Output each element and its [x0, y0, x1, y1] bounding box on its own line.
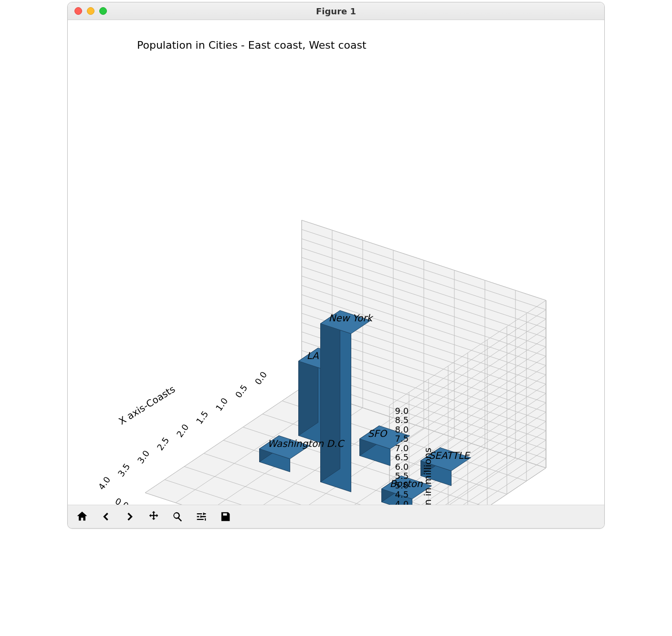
svg-text:SEATTLE: SEATTLE	[429, 450, 471, 461]
svg-text:4.0: 4.0	[96, 475, 113, 492]
save-icon	[219, 510, 232, 523]
svg-text:Population in Cities - East co: Population in Cities - East coast, West …	[137, 39, 367, 51]
svg-text:1.5: 1.5	[194, 409, 210, 426]
pan-button[interactable]	[142, 507, 165, 527]
svg-text:2.5: 2.5	[155, 435, 171, 453]
svg-text:6.5: 6.5	[395, 452, 409, 462]
svg-text:8.0: 8.0	[395, 424, 409, 435]
window-title: Figure 1	[68, 6, 604, 16]
svg-text:4.5: 4.5	[395, 489, 409, 499]
configure-button[interactable]	[190, 507, 213, 527]
svg-text:Washington D.C: Washington D.C	[267, 438, 345, 449]
matplotlib-toolbar	[68, 505, 604, 528]
sliders-icon	[195, 510, 208, 523]
svg-text:9.0: 9.0	[395, 406, 409, 416]
svg-text:3.0: 3.0	[136, 448, 152, 466]
svg-marker-90	[321, 310, 340, 482]
svg-text:8.5: 8.5	[395, 415, 409, 425]
figure-window: Figure 1 0.00.51.01.52.02.53.03.54.00.00…	[67, 2, 605, 529]
zoom-button[interactable]	[166, 507, 189, 527]
forward-button[interactable]	[118, 507, 141, 527]
plot-canvas[interactable]: 0.00.51.01.52.02.53.03.54.00.00.51.01.52…	[68, 20, 604, 505]
svg-text:LA: LA	[306, 350, 319, 361]
home-button[interactable]	[71, 507, 94, 527]
svg-text:7.5: 7.5	[395, 434, 409, 444]
svg-text:3.5: 3.5	[116, 462, 132, 479]
svg-text:0.5: 0.5	[233, 383, 250, 400]
save-button[interactable]	[214, 507, 237, 527]
back-button[interactable]	[94, 507, 117, 527]
arrow-right-icon	[123, 510, 136, 523]
svg-text:6.0: 6.0	[395, 462, 409, 472]
home-icon	[75, 510, 89, 523]
svg-text:Boston: Boston	[389, 478, 423, 489]
svg-text:0.0: 0.0	[253, 370, 269, 387]
svg-text:2.0: 2.0	[175, 422, 191, 439]
svg-text:X axis-Coasts: X axis-Coasts	[117, 383, 178, 427]
svg-text:1.0: 1.0	[214, 396, 230, 413]
magnifier-icon	[171, 510, 184, 523]
svg-text:7.0: 7.0	[395, 443, 409, 453]
svg-text:0.0: 0.0	[114, 496, 130, 505]
svg-text:SFO: SFO	[368, 428, 388, 439]
svg-text:4.0: 4.0	[395, 499, 409, 505]
move-icon	[147, 510, 160, 523]
arrow-left-icon	[99, 510, 113, 523]
svg-text:New York: New York	[328, 312, 374, 324]
titlebar: Figure 1	[68, 2, 604, 20]
